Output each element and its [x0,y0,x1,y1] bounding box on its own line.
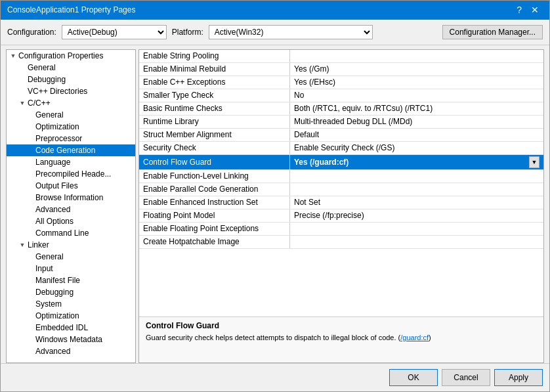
prop-row[interactable]: Smaller Type CheckNo [139,89,543,102]
info-desc: Guard security check helps detect attemp… [146,333,537,343]
prop-value-text: No [294,91,539,100]
prop-row[interactable]: Create Hotpatchable Image [139,236,543,249]
tree-item-label: VC++ Directories [28,87,133,96]
prop-row[interactable]: Enable C++ ExceptionsYes (/EHsc) [139,76,543,89]
prop-name-cell: Basic Runtime Checks [139,102,290,115]
prop-row[interactable]: Control Flow GuardYes (/guard:cf)▼ [139,155,543,170]
tree-item-config-props[interactable]: ▼Configuration Properties [7,50,135,62]
prop-name-cell: Enable C++ Exceptions [139,76,290,89]
help-button[interactable]: ? [513,5,526,16]
prop-row[interactable]: Enable Minimal RebuildYes (/Gm) [139,63,543,76]
tree-item-label: Command Line [35,229,133,238]
tree-item-label: All Options [35,217,133,226]
prop-value-cell: Yes (/EHsc) [290,76,543,89]
tree-item-precompiled-header[interactable]: Precompiled Heade... [7,168,135,180]
config-manager-button[interactable]: Configuration Manager... [442,25,543,39]
prop-value-text: Multi-threaded Debug DLL (/MDd) [294,117,539,126]
tree-item-label: Linker [28,240,133,250]
cancel-button[interactable]: Cancel [442,369,490,386]
tree-item-command-line[interactable]: Command Line [7,227,135,239]
tree-item-all-options[interactable]: All Options [7,215,135,227]
tree-panel: ▼Configuration PropertiesGeneralDebuggin… [6,49,136,363]
tree-item-manifest-file[interactable]: Manifest File [7,274,135,286]
prop-name-cell: Create Hotpatchable Image [139,236,290,248]
info-title: Control Flow Guard [146,321,537,330]
prop-name-cell: Struct Member Alignment [139,129,290,141]
config-select[interactable]: Active(Debug) [62,25,167,39]
prop-row[interactable]: Enable Enhanced Instruction SetNot Set [139,196,543,209]
tree-item-embedded-idl[interactable]: Embedded IDL [7,322,135,334]
tree-item-windows-metadata[interactable]: Windows Metadata [7,334,135,345]
tree-item-label: General [35,252,133,261]
prop-value-cell: Precise (/fp:precise) [290,209,543,222]
tree-item-browse-info[interactable]: Browse Information [7,192,135,204]
tree-item-label: Advanced [35,205,133,214]
config-label: Configuration: [7,28,56,37]
tree-item-label: Browse Information [35,193,133,202]
tree-item-cpp-general[interactable]: General [7,109,135,121]
tree-item-system[interactable]: System [7,298,135,310]
prop-value-cell [290,223,543,235]
tree-item-vc-dirs[interactable]: VC++ Directories [7,85,135,97]
tree-item-linker-debugging[interactable]: Debugging [7,286,135,298]
prop-name-cell: Runtime Library [139,116,290,128]
prop-name-cell: Enable Enhanced Instruction Set [139,196,290,209]
property-grid: Enable String PoolingEnable Minimal Rebu… [139,50,543,316]
prop-name-cell: Enable Floating Point Exceptions [139,223,290,235]
tree-item-linker-input[interactable]: Input [7,263,135,274]
prop-name-cell: Security Check [139,142,290,154]
tree-item-linker-advanced[interactable]: Advanced [7,345,135,357]
tree-item-cpp[interactable]: ▼C/C++ [7,97,135,109]
prop-row[interactable]: Security CheckEnable Security Check (/GS… [139,142,543,155]
toolbar-row: Configuration: Active(Debug) Platform: A… [1,20,549,45]
prop-value-cell: Both (/RTC1, equiv. to /RTCsu) (/RTC1) [290,102,543,115]
apply-button[interactable]: Apply [494,369,543,386]
prop-row[interactable]: Basic Runtime ChecksBoth (/RTC1, equiv. … [139,102,543,116]
tree-item-label: Preprocessor [35,134,133,143]
prop-dropdown-button[interactable]: ▼ [529,156,539,168]
prop-name-cell: Enable Minimal Rebuild [139,63,290,76]
tree-item-language[interactable]: Language [7,156,135,168]
tree-item-label: Embedded IDL [35,323,133,332]
tree-item-debugging[interactable]: Debugging [7,74,135,85]
tree-item-label: Language [35,158,133,167]
ok-button[interactable]: OK [389,369,438,386]
main-area: ▼Configuration PropertiesGeneralDebuggin… [1,45,549,363]
prop-name-cell: Enable Parallel Code Generation [139,183,290,196]
tree-item-label: C/C++ [28,98,133,108]
prop-row[interactable]: Enable Function-Level Linking [139,170,543,183]
prop-value-cell [290,183,543,196]
prop-row[interactable]: Enable Floating Point Exceptions [139,223,543,236]
tree-item-preprocessor[interactable]: Preprocessor [7,133,135,144]
tree-item-optimization[interactable]: Optimization [7,121,135,133]
tree-item-label: Optimization [35,311,133,320]
close-button[interactable]: ✕ [527,5,543,16]
prop-row[interactable]: Enable Parallel Code Generation [139,183,543,196]
tree-item-label: System [35,299,133,309]
prop-row[interactable]: Struct Member AlignmentDefault [139,129,543,142]
tree-item-output-files[interactable]: Output Files [7,180,135,192]
platform-select[interactable]: Active(Win32) [209,25,373,39]
tree-item-general[interactable]: General [7,62,135,74]
prop-value-cell: Not Set [290,196,543,209]
prop-row[interactable]: Runtime LibraryMulti-threaded Debug DLL … [139,116,543,129]
prop-row[interactable]: Enable String Pooling [139,50,543,63]
prop-name-cell: Enable Function-Level Linking [139,170,290,183]
tree-item-label: Advanced [35,347,133,356]
prop-value-cell [290,50,543,62]
expand-icon: ▼ [18,100,26,106]
prop-value-text: Yes (/EHsc) [294,77,539,87]
tree-item-linker-general[interactable]: General [7,251,135,263]
info-link[interactable]: /guard:cf [400,334,429,341]
prop-value-text: Enable Security Check (/GS) [294,143,539,152]
tree-item-label: General [28,63,133,72]
prop-value-cell [290,236,543,248]
prop-row[interactable]: Floating Point ModelPrecise (/fp:precise… [139,209,543,223]
tree-item-label: General [35,110,133,120]
tree-item-linker-optimization[interactable]: Optimization [7,310,135,322]
prop-value-text: Yes (/Gm) [294,64,539,74]
prop-value-text: Yes (/guard:cf) [294,158,529,167]
tree-item-linker[interactable]: ▼Linker [7,239,135,251]
tree-item-code-generation[interactable]: Code Generation [7,144,135,156]
tree-item-advanced[interactable]: Advanced [7,204,135,215]
